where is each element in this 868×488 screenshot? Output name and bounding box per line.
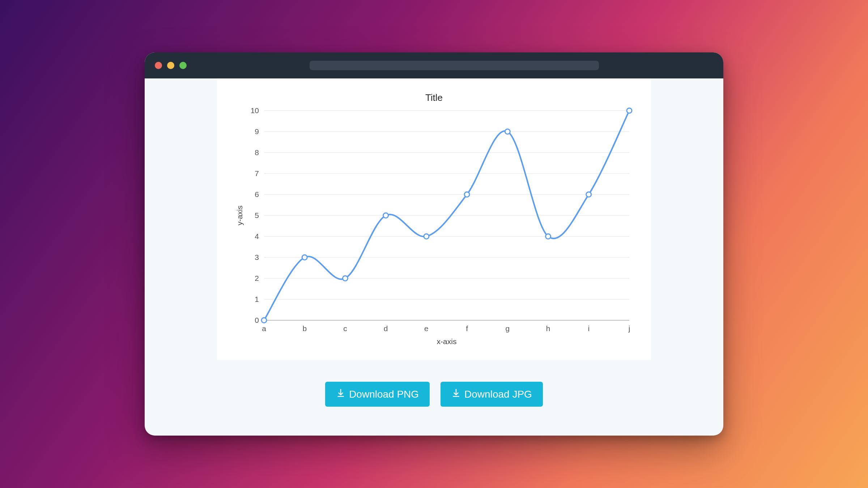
- download-jpg-label: Download JPG: [464, 389, 532, 400]
- svg-text:b: b: [302, 324, 307, 333]
- chart-card: Title 012345678910abcdefghijx-axisy-axis: [217, 78, 651, 360]
- svg-point-43: [586, 192, 591, 197]
- svg-text:6: 6: [255, 190, 259, 198]
- svg-text:4: 4: [255, 232, 259, 240]
- svg-point-39: [424, 234, 429, 239]
- svg-point-35: [261, 318, 267, 323]
- svg-point-37: [342, 276, 348, 281]
- svg-point-40: [464, 192, 469, 197]
- download-jpg-button[interactable]: Download JPG: [441, 382, 543, 407]
- svg-text:1: 1: [255, 295, 259, 303]
- svg-text:j: j: [628, 324, 630, 333]
- download-png-label: Download PNG: [349, 389, 419, 400]
- svg-text:i: i: [588, 324, 590, 333]
- svg-text:h: h: [546, 324, 550, 333]
- svg-text:0: 0: [255, 316, 259, 324]
- svg-text:a: a: [262, 324, 266, 333]
- close-icon[interactable]: [155, 62, 162, 69]
- svg-point-44: [627, 108, 632, 113]
- browser-window: Title 012345678910abcdefghijx-axisy-axis…: [145, 52, 723, 436]
- svg-text:c: c: [343, 324, 347, 333]
- svg-text:2: 2: [255, 274, 259, 282]
- window-controls: [155, 62, 187, 69]
- download-buttons: Download PNG Download JPG: [325, 382, 543, 407]
- svg-text:x-axis: x-axis: [437, 337, 457, 346]
- minimize-icon[interactable]: [167, 62, 174, 69]
- svg-text:y-axis: y-axis: [235, 206, 244, 226]
- svg-text:3: 3: [255, 253, 259, 261]
- line-chart: 012345678910abcdefghijx-axisy-axis: [231, 107, 637, 349]
- download-icon: [336, 388, 345, 400]
- download-png-button[interactable]: Download PNG: [325, 382, 430, 407]
- svg-point-41: [505, 129, 510, 134]
- svg-text:g: g: [505, 324, 510, 333]
- download-icon: [451, 388, 461, 400]
- svg-text:8: 8: [255, 148, 259, 157]
- chart-title: Title: [231, 92, 637, 103]
- maximize-icon[interactable]: [179, 62, 187, 69]
- page-content: Title 012345678910abcdefghijx-axisy-axis…: [145, 78, 723, 436]
- svg-point-38: [383, 213, 388, 218]
- svg-text:10: 10: [251, 107, 259, 115]
- svg-text:f: f: [466, 324, 468, 333]
- svg-point-42: [546, 234, 551, 239]
- svg-text:e: e: [424, 324, 429, 333]
- svg-text:9: 9: [255, 127, 259, 136]
- svg-text:7: 7: [255, 169, 259, 177]
- svg-point-36: [302, 255, 307, 260]
- window-titlebar: [145, 52, 723, 78]
- svg-text:5: 5: [255, 211, 259, 219]
- svg-text:d: d: [384, 324, 388, 333]
- address-bar[interactable]: [310, 61, 599, 70]
